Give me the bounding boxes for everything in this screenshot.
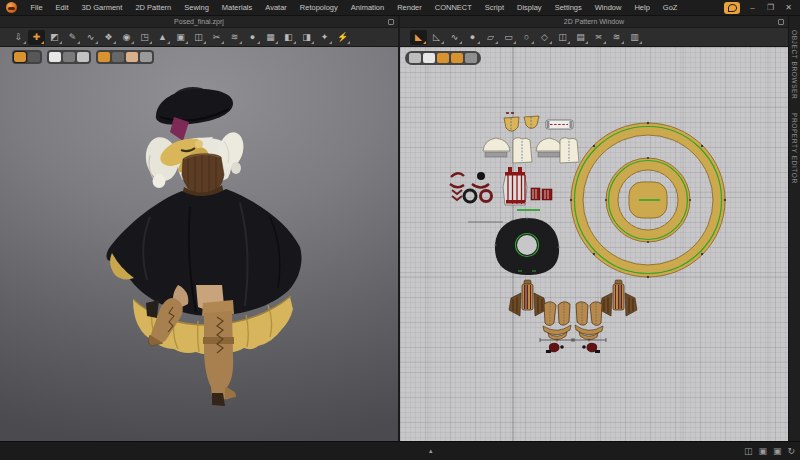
tool-rectangle[interactable]: ▭ [500,30,517,45]
dropdown-corner-icon [149,41,152,44]
dropdown-corner-icon [131,41,134,44]
tool-arrange-garment[interactable]: ▲ [154,30,171,45]
snapshot-icon[interactable]: ▣ [758,447,767,456]
undock-panel-icon[interactable] [778,19,784,25]
dropdown-corner-icon [77,41,80,44]
menu-help[interactable]: Help [628,0,656,15]
menu-edit[interactable]: Edit [49,0,75,15]
tool-fold-arrangement[interactable]: ◳ [136,30,153,45]
tool-select-mesh[interactable]: ◩ [46,30,63,45]
tool-move-pattern[interactable]: ▣ [172,30,189,45]
avatar-skin-icon[interactable] [126,52,138,62]
tool-scissors[interactable]: ✂ [208,30,225,45]
panel-3d-titlebar[interactable]: Posed_final.zprj [0,16,398,28]
corset-3d[interactable] [182,154,224,200]
minimize-button[interactable]: – [747,0,758,15]
menu-settings[interactable]: Settings [548,0,588,15]
show-shirt-icon[interactable] [49,52,61,62]
tool-select-move[interactable]: ✚ [28,30,45,45]
tool-seam-line[interactable]: ▤ [572,30,589,45]
panel-2d-titlebar[interactable]: 2D Pattern Window [400,16,788,28]
fabric-texture-icon[interactable] [451,53,463,63]
tool-bake[interactable]: ● [244,30,261,45]
tab-object-browser[interactable]: OBJECT BROWSER [791,30,798,99]
expand-timeline-icon[interactable]: ▴ [429,447,433,455]
dropdown-corner-icon [167,41,170,44]
hat-3d[interactable] [156,87,233,141]
menu-display[interactable]: Display [511,0,549,15]
close-button[interactable]: ✕ [783,0,794,15]
show-garment-textured-icon[interactable] [14,52,26,62]
menu-materials[interactable]: Materials [215,0,258,15]
pattern-hat-brim[interactable] [495,218,560,276]
tool-edit-sewing[interactable]: ∿ [82,30,99,45]
texture-surface-icon[interactable] [98,52,110,62]
pen-display-icon[interactable] [409,53,421,63]
mesh-surface-icon[interactable] [112,52,124,62]
menu-sewing[interactable]: Sewing [178,0,216,15]
tool-steam[interactable]: ≋ [226,30,243,45]
license-badge-icon[interactable] [724,2,740,14]
avatar-silhouette-icon[interactable] [437,53,449,63]
pattern-hat-trims[interactable] [450,172,492,202]
menu-goz[interactable]: GoZ [656,0,684,15]
undock-panel-icon[interactable] [388,19,394,25]
tool-sewing[interactable]: ❖ [100,30,117,45]
split-view-icon[interactable]: ◫ [744,447,753,456]
tool-add-point[interactable]: ● [464,30,481,45]
menu-2d-pattern[interactable]: 2D Pattern [129,0,178,15]
show-internal-lines-icon[interactable] [63,52,75,62]
garment-3d-model[interactable] [0,47,398,441]
menu-3d-garment[interactable]: 3D Garment [75,0,129,15]
pattern-corset[interactable] [503,167,552,205]
pattern-collar[interactable] [546,120,573,129]
dropdown-corner-icon [549,41,552,44]
show-garment-mesh-icon[interactable] [28,52,40,62]
viewport-3d[interactable] [0,47,398,441]
dropdown-corner-icon [221,41,224,44]
menu-connect[interactable]: CONNECT [428,0,478,15]
tool-gizmo[interactable]: ✦ [316,30,333,45]
tool-transform-pattern[interactable]: ◣ [410,30,427,45]
capture-icon[interactable]: ▣ [773,447,782,456]
reset-view-icon[interactable]: ↻ [787,447,795,456]
tool-free-sewing[interactable]: ≋ [608,30,625,45]
viewport-2d[interactable] [400,47,788,441]
tool-dart[interactable]: ◇ [536,30,553,45]
tool-flatten[interactable]: ◫ [190,30,207,45]
tool-pleats[interactable]: ▥ [626,30,643,45]
tool-half-left[interactable]: ◧ [280,30,297,45]
pattern-sleeves-bodice[interactable] [483,138,579,163]
pattern-canvas[interactable] [400,47,788,441]
tool-half-right[interactable]: ◨ [298,30,315,45]
menu-script[interactable]: Script [478,0,510,15]
shirt-gray-icon[interactable] [465,53,477,63]
world-sphere-icon[interactable] [140,52,152,62]
display-toolbar-2d [405,51,481,65]
tool-grid[interactable]: ▦ [262,30,279,45]
tool-polygon[interactable]: ▱ [482,30,499,45]
pattern-boot-group-mirrored[interactable] [572,280,637,353]
tool-notch[interactable]: ◫ [554,30,571,45]
tool-pen-3d[interactable]: ✎ [64,30,81,45]
tool-edit-curvature[interactable]: ∿ [446,30,463,45]
pattern-neckerchief[interactable] [504,113,539,131]
tab-property-editor[interactable]: PROPERTY EDITOR [791,113,798,184]
tool-circle[interactable]: ○ [518,30,535,45]
tool-edit-pattern[interactable]: ◺ [428,30,445,45]
tool-simulate[interactable]: ⇩ [10,30,27,45]
tool-sewing-2d[interactable]: ≍ [590,30,607,45]
tool-pin[interactable]: ◉ [118,30,135,45]
show-avatar-icon[interactable] [77,52,89,62]
tool-walkthrough[interactable]: ⚡ [334,30,351,45]
show-shirt-2d-icon[interactable] [423,53,435,63]
menu-window[interactable]: Window [588,0,628,15]
restore-button[interactable]: ❐ [765,0,776,15]
menu-animation[interactable]: Animation [344,0,390,15]
pattern-skirt-circles[interactable] [570,122,726,278]
menu-avatar[interactable]: Avatar [259,0,294,15]
menu-render[interactable]: Render [391,0,429,15]
menu-file[interactable]: File [24,0,49,15]
pattern-boot-group[interactable] [509,280,574,353]
menu-retopology[interactable]: Retopology [293,0,344,15]
